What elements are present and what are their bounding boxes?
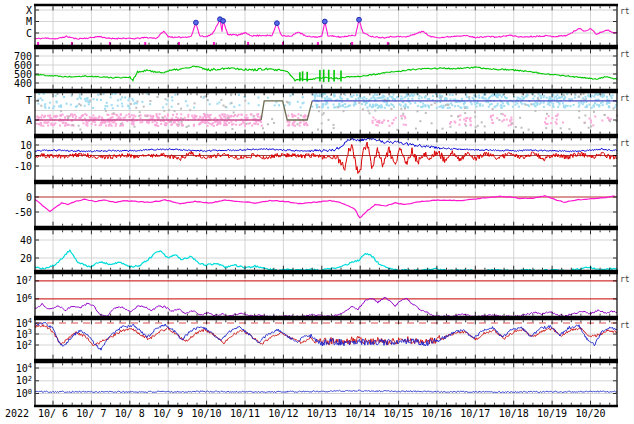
polarity-dot	[175, 116, 177, 118]
polarity-dot	[466, 96, 468, 98]
polarity-dot	[128, 97, 130, 99]
polarity-dot	[584, 122, 586, 124]
polarity-dot	[244, 116, 246, 118]
polarity-dot	[78, 125, 80, 127]
polarity-dot	[158, 117, 160, 119]
polarity-dot	[278, 104, 280, 106]
polarity-dot	[563, 94, 565, 96]
polarity-dot	[337, 106, 339, 108]
polarity-dot	[339, 97, 341, 99]
polarity-dot	[400, 108, 402, 110]
polarity-dot	[219, 114, 221, 116]
polarity-dot	[511, 119, 513, 121]
polarity-dot	[556, 119, 558, 121]
polarity-dot	[404, 117, 406, 119]
polarity-dot	[227, 117, 229, 119]
panel-geo-electron-flux: 104103102rt	[16, 317, 630, 360]
polarity-dot	[238, 94, 240, 96]
polarity-dot	[376, 121, 378, 123]
polarity-dot	[77, 98, 79, 100]
polarity-dot	[225, 124, 227, 126]
panel-solar-wind-density: 4020	[20, 229, 618, 271]
polarity-dot	[262, 127, 264, 129]
polarity-dot	[609, 102, 611, 104]
polarity-dot	[212, 122, 214, 124]
polarity-dot	[500, 107, 502, 109]
polarity-dot	[253, 123, 255, 125]
polarity-dot	[600, 102, 602, 104]
polarity-dot	[391, 122, 393, 124]
polarity-dot	[422, 103, 424, 105]
polarity-dot	[497, 94, 499, 96]
polarity-dot	[40, 125, 42, 127]
polarity-dot	[316, 105, 318, 107]
polarity-dot	[110, 123, 112, 125]
polarity-dot	[457, 105, 459, 107]
polarity-dot	[149, 100, 151, 102]
polarity-dot	[52, 107, 54, 109]
polarity-dot	[247, 117, 249, 119]
polarity-dot	[40, 97, 42, 99]
polarity-dot	[133, 124, 135, 126]
polarity-dot	[432, 95, 434, 97]
polarity-dot	[167, 99, 169, 101]
polarity-dot	[324, 97, 326, 99]
polarity-dot	[567, 105, 569, 107]
polarity-dot	[165, 98, 167, 100]
polarity-dot	[442, 128, 444, 130]
polarity-dot	[186, 126, 188, 128]
polarity-dot	[287, 125, 289, 127]
polarity-dot	[97, 94, 99, 96]
polarity-dot	[171, 100, 173, 102]
polarity-dot	[496, 117, 498, 119]
polarity-dot	[139, 111, 141, 113]
polarity-dot	[489, 104, 491, 106]
polarity-dot	[557, 114, 559, 116]
polarity-dot	[248, 123, 250, 125]
polarity-dot	[273, 122, 275, 124]
polarity-dot	[134, 126, 136, 128]
polarity-dot	[474, 116, 476, 118]
polarity-dot	[419, 95, 421, 97]
polarity-dot	[515, 126, 517, 128]
polarity-dot	[147, 93, 149, 95]
polarity-dot	[612, 94, 614, 96]
polarity-dot	[405, 104, 407, 106]
polarity-dot	[119, 117, 121, 119]
polarity-dot	[210, 114, 212, 116]
polarity-dot	[82, 114, 84, 116]
polarity-dot	[231, 128, 233, 130]
polarity-dot	[291, 113, 293, 115]
polarity-dot	[534, 110, 536, 112]
polarity-dot	[374, 110, 376, 112]
polarity-dot	[322, 105, 324, 107]
polarity-dot	[206, 114, 208, 116]
polarity-dot	[304, 114, 306, 116]
polarity-dot	[369, 105, 371, 107]
polarity-dot	[40, 116, 42, 118]
panel-dst-index: 0-50	[14, 183, 618, 227]
polarity-dot	[452, 94, 454, 96]
polarity-dot	[63, 96, 65, 98]
polarity-dot	[112, 107, 114, 109]
polarity-dot	[556, 98, 558, 100]
polarity-dot	[214, 121, 216, 123]
polarity-dot	[57, 93, 59, 95]
polarity-dot	[455, 99, 457, 101]
y-tick-label: 103	[16, 328, 32, 340]
date-label: 10/11	[230, 408, 260, 419]
polarity-dot	[194, 102, 196, 104]
polarity-dot	[481, 97, 483, 99]
polarity-dot	[371, 106, 373, 108]
y-tick-label: 400	[14, 78, 32, 89]
realtime-flag: rt	[620, 50, 630, 59]
polarity-dot	[550, 122, 552, 124]
polarity-dot	[323, 112, 325, 114]
polarity-dot	[205, 117, 207, 119]
polarity-dot	[543, 96, 545, 98]
polarity-dot	[358, 97, 360, 99]
polarity-dot	[589, 118, 591, 120]
polarity-dot	[547, 103, 549, 105]
polarity-dot	[457, 116, 459, 118]
polarity-dot	[344, 103, 346, 105]
